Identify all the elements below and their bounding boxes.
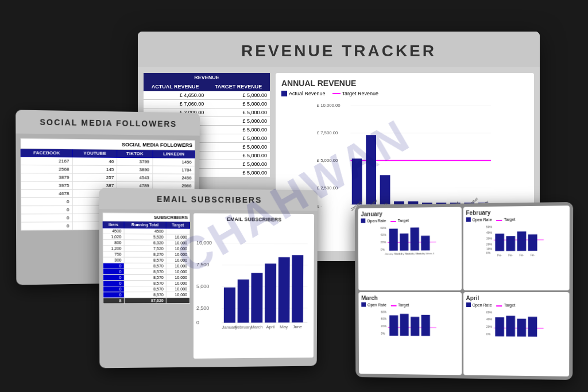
svg-rect-86 [389, 315, 398, 336]
email-data-cell: 10,000 [166, 281, 189, 286]
revenue-target-cell: £ 5,000.00 [207, 160, 270, 169]
email-data-cell: 8,570 [124, 263, 166, 269]
email-card-header: EMAIL SUBSCRIBERS [99, 188, 318, 211]
openrate-april: April Open Rate Target 60% 40% 20% 0% [463, 292, 569, 377]
social-data-cell: 3975 [21, 181, 72, 189]
email-data-cell: 0 [103, 274, 125, 280]
svg-rect-13 [380, 175, 390, 204]
openrate-jan-title: January [361, 210, 458, 218]
svg-rect-58 [389, 228, 398, 250]
revenue-target-cell: £ 5,000.00 [207, 100, 270, 108]
svg-rect-59 [400, 234, 408, 251]
svg-rect-96 [506, 316, 515, 336]
feb-legend-open: Open Rate [466, 217, 492, 222]
svg-rect-97 [517, 319, 526, 336]
svg-text:£ 10,000.00: £ 10,000.00 [317, 103, 341, 108]
svg-text:0%: 0% [486, 251, 490, 255]
svg-text:£ 5,000.00: £ 5,000.00 [317, 158, 338, 163]
svg-rect-87 [400, 314, 409, 336]
jan-open-icon [361, 219, 366, 223]
social-data-cell: 3879 [21, 173, 72, 182]
svg-text:2,500: 2,500 [196, 305, 209, 311]
svg-rect-88 [411, 317, 419, 336]
jan-target-icon [390, 220, 396, 222]
social-data-cell: 3890 [117, 165, 153, 173]
social-col-youtube: YOUTUBE [72, 149, 117, 158]
svg-text:Fe-: Fe- [497, 254, 502, 257]
email-data-cell: 750 [103, 251, 124, 257]
svg-text:10%: 10% [486, 247, 492, 251]
legend-target-label: Target Revenue [342, 91, 379, 96]
legend-actual-label: Actual Revenue [289, 91, 326, 96]
svg-text:60%: 60% [380, 226, 386, 230]
svg-text:7,500: 7,500 [196, 262, 209, 267]
revenue-actual-cell: £ 7,060.00 [144, 100, 207, 108]
feb-legend-target: Target [497, 217, 516, 222]
svg-text:20%: 20% [381, 240, 387, 244]
svg-text:50%: 50% [486, 225, 492, 228]
svg-text:40%: 40% [381, 317, 386, 321]
social-data-cell: 4678 [21, 189, 72, 197]
revenue-target-cell: £ 5,000.00 [207, 117, 270, 126]
social-data-cell: 1456 [152, 158, 195, 166]
email-data-cell: 10,000 [166, 251, 189, 257]
svg-text:£ 7,500.00: £ 7,500.00 [317, 130, 338, 135]
apr-target-label: Target [504, 303, 516, 307]
email-data-cell: 4500 [124, 228, 166, 235]
social-card-title: SOCIAL MEDIA FOLLOWERS [23, 117, 194, 129]
openrate-apr-title: April [466, 295, 566, 301]
jan-chart-svg: 60% 40% 20% 0% January Week 1 January We… [361, 223, 459, 258]
openrate-grid: January Open Rate Target 60% 40% 20% 0% [355, 202, 573, 380]
email-table-section: SUBSCRIBERS ibers Running Total Target 4… [103, 212, 190, 359]
social-data-cell: 2568 [21, 165, 72, 173]
feb-chart-svg: 50% 40% 30% 20% 10% 0% Fe- Fe- Fe- Fe- [466, 222, 566, 258]
svg-rect-73 [495, 234, 504, 251]
social-data-cell: 0 [21, 197, 72, 205]
svg-rect-74 [506, 236, 515, 251]
email-data-cell: 8,570 [124, 257, 166, 263]
svg-text:0%: 0% [381, 332, 385, 335]
email-data-cell: 10,000 [166, 286, 189, 292]
legend-target: Target Revenue [332, 91, 379, 96]
apr-legend-target: Target [497, 302, 516, 307]
email-data-cell: 10,000 [166, 274, 189, 280]
jan-legend-target: Target [390, 218, 409, 223]
social-data-cell: 2167 [21, 157, 72, 165]
email-chart-svg: 10,000 7,500 5,000 2,500 0 [196, 224, 311, 343]
email-col-subscribers: ibers [103, 221, 124, 228]
social-card-header: SOCIAL MEDIA FOLLOWERS [16, 110, 200, 135]
svg-text:20%: 20% [486, 325, 492, 328]
revenue-target-cell: £ 5,000.00 [207, 169, 270, 177]
social-data-cell: 0 [21, 222, 72, 231]
social-col-facebook: FACEBOOK [21, 149, 72, 157]
actual-revenue-header: ACTUAL REVENUE [144, 82, 207, 91]
svg-text:10,000: 10,000 [196, 240, 212, 246]
email-data-cell: 8,570 [124, 292, 166, 298]
revenue-target-cell: £ 5,000.00 [207, 134, 270, 143]
mar-target-icon [391, 305, 397, 306]
apr-open-label: Open Rate [473, 303, 492, 307]
svg-rect-89 [421, 315, 430, 336]
revenue-target-cell: £ 5,000.00 [207, 91, 270, 100]
svg-text:20%: 20% [381, 324, 386, 328]
email-data-cell: 8,570 [124, 269, 166, 274]
social-col-linkedin: LINKEDIN [153, 150, 195, 158]
jan-open-label: Open Rate [367, 219, 386, 223]
svg-line-36 [222, 243, 308, 244]
email-data-cell: 1,200 [103, 246, 124, 251]
email-data-cell: 8,270 [124, 251, 166, 257]
openrate-march: March Open Rate Target 60% 40% 20% 0% [358, 292, 461, 375]
annual-bar-chart: £ 10,000.00 £ 7,500.00 £ 5,000.00 £ 2,50… [281, 99, 528, 214]
social-data-cell: 46 [72, 157, 117, 166]
email-col-target: Target [166, 222, 189, 228]
revenue-actual-cell: £ 4,650.00 [144, 91, 207, 100]
revenue-section-header: REVENUE [144, 73, 270, 82]
email-data-cell: 8,570 [124, 286, 166, 292]
email-data-cell: 300 [103, 257, 124, 263]
jan-legend-open: Open Rate [361, 218, 386, 223]
email-data-cell: 10,000 [166, 292, 189, 298]
revenue-target-cell: £ 5,000.00 [207, 143, 270, 152]
main-card-header: REVENUE TRACKER [138, 32, 540, 67]
openrate-jan-legend: Open Rate Target [361, 218, 459, 223]
open-rate-card: January Open Rate Target 60% 40% 20% 0% [355, 202, 573, 380]
